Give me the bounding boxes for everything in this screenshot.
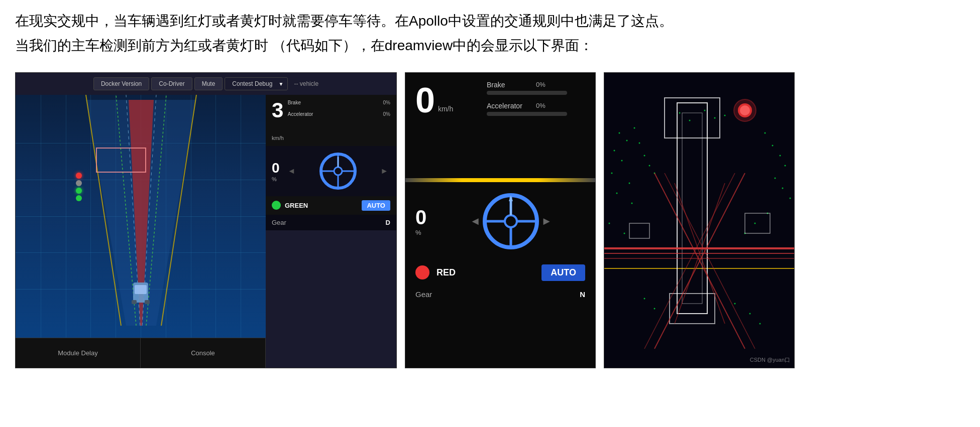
svg-point-55	[704, 109, 706, 111]
co-driver-btn[interactable]: Co-Driver	[151, 77, 192, 90]
svg-point-62	[759, 323, 761, 324]
article-text: 在现实交规中，当车辆遇到红灯或者黄灯时就需要停车等待。在Apollo中设置的交通…	[15, 10, 965, 57]
svg-point-41	[649, 165, 650, 166]
img2-signal-mode-auto[interactable]: AUTO	[541, 264, 585, 281]
dropdown-arrow-icon: ▼	[278, 81, 283, 86]
brake-pct: 0%	[380, 100, 390, 105]
steer-right-arrow-icon: ►	[380, 167, 388, 176]
svg-point-36	[631, 202, 633, 204]
svg-point-29	[626, 139, 628, 141]
docker-version-btn[interactable]: Docker Version	[93, 77, 149, 90]
brake-gauge-row: Brake 0%	[288, 100, 390, 105]
img2-steer-right-icon: ►	[541, 215, 552, 228]
img2-gear-section: Gear N	[405, 286, 595, 303]
svg-point-47	[775, 177, 776, 179]
obstacle-box-1	[96, 148, 146, 173]
speed-section: 3 km/h Brake 0% Accelerator 0%	[266, 95, 396, 146]
img2-steer-number: 0	[415, 206, 426, 229]
console-btn[interactable]: Console	[141, 338, 266, 368]
svg-point-40	[644, 155, 645, 156]
mute-btn[interactable]: Mute	[194, 77, 223, 90]
svg-point-70	[740, 105, 750, 115]
tl-green2	[76, 195, 82, 201]
img2-brake-bar-bg	[487, 91, 567, 95]
speed-number: 3	[272, 100, 284, 121]
csdn-watermark: CSDN @yuan口	[750, 356, 790, 364]
svg-point-43	[765, 132, 766, 133]
img2-divider-strip	[405, 178, 595, 182]
gauges-section: Brake 0% Accelerator 0%	[288, 100, 390, 120]
steer-left-arrow-icon: ◄	[288, 167, 296, 176]
closeup-panel-screenshot: 0 km/h Brake 0% Accelerator	[405, 72, 596, 368]
img2-signal-dot-red	[415, 265, 429, 279]
img2-brake-label-row: Brake 0%	[487, 81, 587, 89]
img2-accel-bar-bg	[487, 112, 567, 116]
img2-accel-label: Accelerator	[487, 102, 532, 110]
svg-point-20	[505, 215, 517, 227]
tl-red	[76, 173, 82, 179]
bottom-bar: Module Delay Console	[16, 338, 266, 368]
sensor-view-screenshot: CSDN @yuan口	[604, 72, 795, 368]
svg-point-59	[654, 308, 656, 309]
svg-point-38	[624, 232, 625, 234]
img2-steer-section: 0 % ◄ ►	[405, 186, 595, 256]
svg-point-39	[639, 142, 640, 144]
svg-point-35	[616, 192, 618, 194]
img2-brake-row: Brake 0%	[487, 81, 587, 95]
signal-section: GREEN AUTO	[266, 196, 396, 215]
svg-point-13	[334, 167, 342, 175]
screenshots-row: Docker Version Co-Driver Mute Contest De…	[15, 72, 965, 368]
svg-point-49	[790, 197, 791, 199]
tl-green	[76, 188, 82, 194]
img2-signal-label: RED	[437, 267, 534, 278]
steer-number: 0	[272, 160, 280, 176]
svg-point-46	[785, 165, 786, 166]
module-delay-btn[interactable]: Module Delay	[16, 338, 141, 368]
svg-point-34	[629, 182, 630, 184]
steering-wheel-wrap: ◄ ►	[286, 151, 390, 191]
img2-steering-wheel-wrap: ◄ ►	[437, 191, 585, 251]
img2-steer-unit: %	[415, 229, 426, 236]
text-line-1: 在现实交规中，当车辆遇到红灯或者黄灯时就需要停车等待。在Apollo中设置的交通…	[15, 10, 965, 33]
svg-point-58	[644, 298, 645, 299]
accel-pct: 0%	[380, 111, 390, 117]
sensor-view-svg	[604, 73, 794, 368]
debug-dropdown[interactable]: Contest Debug ▼	[225, 77, 288, 90]
svg-point-60	[734, 303, 736, 304]
img2-brake-pct: 0%	[536, 81, 546, 88]
3d-scene	[16, 95, 266, 338]
signal-mode-auto[interactable]: AUTO	[362, 200, 390, 211]
steer-unit: %	[272, 176, 280, 182]
svg-point-53	[679, 112, 681, 113]
svg-point-57	[724, 114, 726, 116]
img2-brake-section: Brake 0% Accelerator 0%	[487, 81, 587, 116]
svg-point-28	[619, 132, 620, 133]
img2-accel-row: Accelerator 0%	[487, 102, 587, 116]
svg-point-37	[609, 222, 610, 224]
car-svg	[131, 277, 151, 308]
img2-steer-left-icon: ◄	[470, 215, 481, 228]
text-line-2: 当我们的主车检测到前方为红或者黄灯时 （代码如下），在dreamview中的会显…	[15, 35, 965, 57]
svg-point-54	[689, 119, 691, 121]
svg-point-61	[749, 313, 751, 314]
svg-point-44	[772, 145, 774, 146]
img2-brake-label: Brake	[487, 81, 532, 89]
img2-accel-label-row: Accelerator 0%	[487, 102, 587, 110]
svg-point-32	[621, 160, 623, 161]
svg-rect-11	[145, 300, 150, 304]
svg-point-48	[782, 187, 784, 189]
brake-label: Brake	[288, 100, 320, 105]
svg-point-30	[614, 150, 615, 151]
img2-speed-number: 0	[415, 83, 435, 118]
svg-rect-9	[135, 285, 147, 294]
img2-accel-pct: 0%	[536, 102, 546, 109]
img2-speed-unit: km/h	[438, 105, 453, 113]
steer-section: 0 % ◄	[266, 146, 396, 196]
svg-point-51	[754, 222, 756, 224]
accel-gauge-row: Accelerator 0%	[288, 111, 390, 117]
tl-yellow	[76, 180, 82, 186]
signal-label: GREEN	[285, 202, 358, 209]
svg-point-56	[714, 117, 716, 118]
signal-dot-green	[272, 201, 281, 210]
dv-toolbar: Docker Version Co-Driver Mute Contest De…	[16, 73, 396, 95]
